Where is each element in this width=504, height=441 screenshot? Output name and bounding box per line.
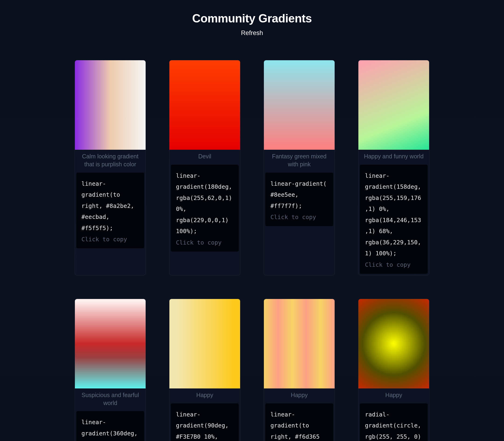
gradient-swatch	[264, 60, 335, 150]
gradient-css: linear-gradient(to right, #f6d365 0%, #f…	[270, 409, 328, 441]
gradient-swatch	[75, 60, 146, 150]
gradient-card: Happy linear-gradient(90deg, #F3E7B0 10%…	[169, 299, 240, 441]
gradient-css: linear-gradient(158deg, rgba(255,159,176…	[365, 170, 423, 259]
gradient-css: linear-gradient(360deg, rgba(95,242,238,…	[81, 417, 139, 441]
gradient-swatch	[75, 299, 146, 388]
gradient-grid: Calm looking gradient that is purplish c…	[35, 41, 469, 441]
code-block[interactable]: linear-gradient(158deg, rgba(255,159,176…	[360, 165, 428, 274]
code-block[interactable]: linear-gradient(to right, #8a2be2, #eecb…	[76, 173, 144, 249]
code-block[interactable]: linear-gradient(180deg, rgba(255,62,0,1)…	[171, 165, 239, 252]
gradient-name: Happy	[169, 388, 240, 402]
gradient-css: linear-gradient(180deg, rgba(255,62,0,1)…	[176, 170, 234, 237]
gradient-name: Happy	[358, 388, 429, 402]
gradient-css: linear-gradient(90deg, #F3E7B0 10%, #FEC…	[176, 409, 234, 441]
gradient-card: Happy radial-gradient(circle, rgb(255, 2…	[358, 299, 429, 441]
gradient-name: Fantasy green mixed with pink	[264, 150, 335, 171]
gradient-name: Calm looking gradient that is purplish c…	[75, 150, 146, 171]
gradient-card: Fantasy green mixed with pink linear-gra…	[264, 60, 335, 275]
code-block[interactable]: linear-gradient( #8ee5ee, #ff7f7f); Clic…	[265, 173, 333, 226]
copy-hint: Click to copy	[81, 236, 139, 243]
gradient-card: Happy linear-gradient(to right, #f6d365 …	[264, 299, 335, 441]
code-block[interactable]: linear-gradient(90deg, #F3E7B0 10%, #FEC…	[171, 403, 239, 441]
gradient-card: Calm looking gradient that is purplish c…	[75, 60, 146, 275]
copy-hint: Click to copy	[365, 261, 423, 268]
gradient-swatch	[358, 60, 429, 150]
gradient-name: Devil	[169, 150, 240, 163]
gradient-swatch	[264, 299, 335, 388]
gradient-css: linear-gradient( #8ee5ee, #ff7f7f);	[270, 178, 328, 212]
gradient-swatch	[169, 299, 240, 388]
copy-hint: Click to copy	[176, 239, 234, 246]
gradient-css: linear-gradient(to right, #8a2be2, #eecb…	[81, 178, 139, 234]
gradient-name: Happy and funny world	[358, 150, 429, 163]
gradient-css: radial-gradient(circle, rgb(255, 255, 0)…	[365, 409, 423, 441]
gradient-card: Devil linear-gradient(180deg, rgba(255,6…	[169, 60, 240, 275]
gradient-swatch	[358, 299, 429, 388]
refresh-button[interactable]: Refresh	[241, 30, 263, 37]
copy-hint: Click to copy	[270, 214, 328, 220]
gradient-name: Suspicious and fearful world	[75, 388, 146, 410]
code-block[interactable]: radial-gradient(circle, rgb(255, 255, 0)…	[360, 403, 428, 441]
page-title: Community Gradients	[0, 12, 504, 25]
gradient-card: Suspicious and fearful world linear-grad…	[75, 299, 146, 441]
gradient-card: Happy and funny world linear-gradient(15…	[358, 60, 429, 275]
gradient-swatch	[169, 60, 240, 150]
gradient-name: Happy	[264, 388, 335, 402]
code-block[interactable]: linear-gradient(360deg, rgba(95,242,238,…	[76, 411, 144, 441]
code-block[interactable]: linear-gradient(to right, #f6d365 0%, #f…	[265, 403, 333, 441]
page-header: Community Gradients Refresh	[0, 0, 504, 41]
